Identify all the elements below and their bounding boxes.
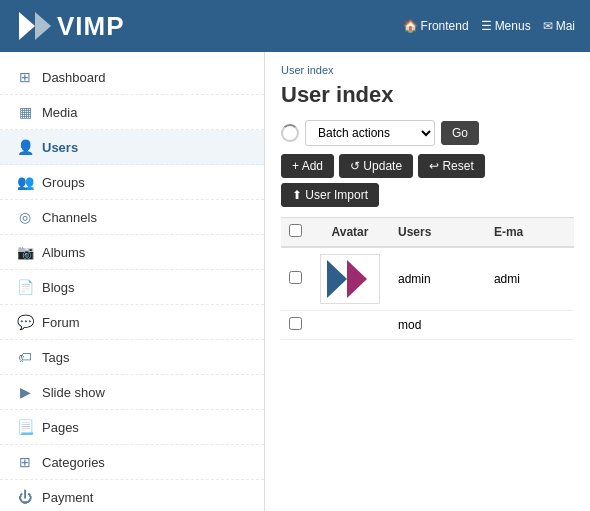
sidebar-item-categories[interactable]: ⊞ Categories xyxy=(0,445,264,480)
select-all-checkbox[interactable] xyxy=(289,224,302,237)
frontend-label: Frontend xyxy=(421,19,469,33)
header: VIMP 🏠 Frontend ☰ Menus ✉ Mai xyxy=(0,0,590,52)
logo: VIMP xyxy=(15,8,125,44)
svg-marker-3 xyxy=(347,260,367,298)
sidebar-item-channels[interactable]: ◎ Channels xyxy=(0,200,264,235)
logo-icon xyxy=(15,8,51,44)
page-title: User index xyxy=(281,82,574,108)
sidebar-label-channels: Channels xyxy=(42,210,97,225)
sidebar-label-pages: Pages xyxy=(42,420,79,435)
avatar xyxy=(320,254,380,304)
sidebar-item-albums[interactable]: 📷 Albums xyxy=(0,235,264,270)
channels-icon: ◎ xyxy=(16,208,34,226)
header-nav: 🏠 Frontend ☰ Menus ✉ Mai xyxy=(403,19,575,33)
layout: ⊞ Dashboard ▦ Media 👤 Users 👥 Groups ◎ C… xyxy=(0,52,590,511)
row1-avatar-cell xyxy=(310,247,390,311)
sidebar-label-albums: Albums xyxy=(42,245,85,260)
user-import-button[interactable]: ⬆ User Import xyxy=(281,183,379,207)
table-row: admin admi xyxy=(281,247,574,311)
sidebar-label-forum: Forum xyxy=(42,315,80,330)
row2-avatar-cell xyxy=(310,311,390,340)
categories-icon: ⊞ xyxy=(16,453,34,471)
sidebar-label-slideshow: Slide show xyxy=(42,385,105,400)
groups-icon: 👥 xyxy=(16,173,34,191)
menus-label: Menus xyxy=(495,19,531,33)
sidebar-item-blogs[interactable]: 📄 Blogs xyxy=(0,270,264,305)
blogs-icon: 📄 xyxy=(16,278,34,296)
sidebar-item-forum[interactable]: 💬 Forum xyxy=(0,305,264,340)
sidebar-label-media: Media xyxy=(42,105,77,120)
table-header-row: Avatar Users E-ma xyxy=(281,218,574,248)
batch-spinner xyxy=(281,124,299,142)
payment-icon: ⏻ xyxy=(16,488,34,506)
row1-checkbox[interactable] xyxy=(289,271,302,284)
buttons-row: + Add ↺ Update ↩ Reset ⬆ User Import xyxy=(281,154,574,207)
sidebar-item-payment[interactable]: ⏻ Payment xyxy=(0,480,264,511)
users-table-wrapper: Avatar Users E-ma xyxy=(281,217,574,340)
sidebar-item-groups[interactable]: 👥 Groups xyxy=(0,165,264,200)
main-content: User index User index Batch actions Dele… xyxy=(265,52,590,511)
row2-username: mod xyxy=(390,311,486,340)
sidebar-item-tags[interactable]: 🏷 Tags xyxy=(0,340,264,375)
batch-actions-select[interactable]: Batch actions Delete Activate Deactivate xyxy=(305,120,435,146)
sidebar-item-slideshow[interactable]: ▶ Slide show xyxy=(0,375,264,410)
sidebar-label-groups: Groups xyxy=(42,175,85,190)
reset-button[interactable]: ↩ Reset xyxy=(418,154,485,178)
sidebar-label-tags: Tags xyxy=(42,350,69,365)
go-button[interactable]: Go xyxy=(441,121,479,145)
row1-email: admi xyxy=(486,247,574,311)
forum-icon: 💬 xyxy=(16,313,34,331)
home-icon: 🏠 xyxy=(403,19,418,33)
sidebar-label-categories: Categories xyxy=(42,455,105,470)
menus-link[interactable]: ☰ Menus xyxy=(481,19,531,33)
sidebar-item-pages[interactable]: 📃 Pages xyxy=(0,410,264,445)
sidebar-item-dashboard[interactable]: ⊞ Dashboard xyxy=(0,60,264,95)
frontend-link[interactable]: 🏠 Frontend xyxy=(403,19,469,33)
svg-marker-1 xyxy=(35,12,51,40)
sidebar-label-blogs: Blogs xyxy=(42,280,75,295)
users-table: Avatar Users E-ma xyxy=(281,217,574,340)
mail-label: Mai xyxy=(556,19,575,33)
mail-link[interactable]: ✉ Mai xyxy=(543,19,575,33)
col-users: Users xyxy=(390,218,486,248)
row2-checkbox[interactable] xyxy=(289,317,302,330)
toolbar-row: Batch actions Delete Activate Deactivate… xyxy=(281,120,574,146)
slideshow-icon: ▶ xyxy=(16,383,34,401)
row1-username: admin xyxy=(390,247,486,311)
col-checkbox xyxy=(281,218,310,248)
mail-icon: ✉ xyxy=(543,19,553,33)
tags-icon: 🏷 xyxy=(16,348,34,366)
sidebar-label-dashboard: Dashboard xyxy=(42,70,106,85)
svg-marker-0 xyxy=(19,12,35,40)
table-row: mod xyxy=(281,311,574,340)
update-button[interactable]: ↺ Update xyxy=(339,154,413,178)
svg-marker-2 xyxy=(327,260,347,298)
pages-icon: 📃 xyxy=(16,418,34,436)
logo-text: VIMP xyxy=(57,11,125,42)
breadcrumb: User index xyxy=(281,64,574,76)
col-avatar: Avatar xyxy=(310,218,390,248)
menus-icon: ☰ xyxy=(481,19,492,33)
dashboard-icon: ⊞ xyxy=(16,68,34,86)
albums-icon: 📷 xyxy=(16,243,34,261)
sidebar-item-media[interactable]: ▦ Media xyxy=(0,95,264,130)
row2-email xyxy=(486,311,574,340)
add-button[interactable]: + Add xyxy=(281,154,334,178)
sidebar-item-users[interactable]: 👤 Users xyxy=(0,130,264,165)
sidebar-label-payment: Payment xyxy=(42,490,93,505)
sidebar-label-users: Users xyxy=(42,140,78,155)
row1-checkbox-cell xyxy=(281,247,310,311)
row2-checkbox-cell xyxy=(281,311,310,340)
vimp-avatar-logo xyxy=(325,258,375,300)
col-email: E-ma xyxy=(486,218,574,248)
user-icon: 👤 xyxy=(16,138,34,156)
media-icon: ▦ xyxy=(16,103,34,121)
sidebar: ⊞ Dashboard ▦ Media 👤 Users 👥 Groups ◎ C… xyxy=(0,52,265,511)
